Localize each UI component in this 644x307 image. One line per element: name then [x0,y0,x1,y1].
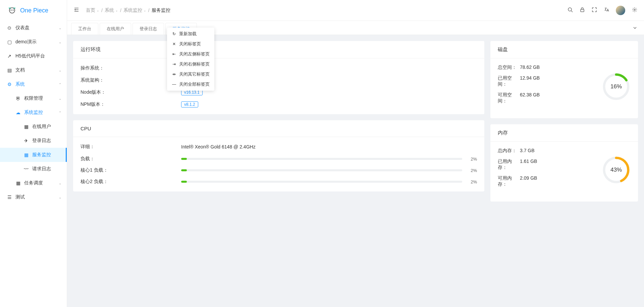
menu-label: 服务监控 [32,152,61,158]
env-label: NPM版本： [80,101,181,107]
tab-在线用户[interactable]: 在线用户 [100,23,131,35]
stat-row: 可用空间：62.38 GB [498,92,602,104]
context-item-关闭其它标签页[interactable]: ⇹关闭其它标签页 [167,69,214,79]
sidebar-item-在线用户[interactable]: ▦在线用户 [0,120,67,134]
settings-icon[interactable] [632,7,637,14]
menu-icon: ⚙ [7,82,12,87]
menu-label: 测试 [15,194,59,200]
svg-point-5 [568,8,572,11]
chevron-icon: ⌄ [59,195,61,199]
tab-context-menu: ↻重新加载✕关闭标签页⇤关闭左侧标签页⇥关闭右侧标签页⇹关闭其它标签页—关闭全部… [167,28,214,91]
sidebar-item-登录日志[interactable]: ✈登录日志 [0,134,67,148]
gauge: 16% [602,72,631,101]
load-label: 负载： [80,156,181,162]
menu-icon: ⛨ [15,96,21,101]
load-label: 核心2 负载： [80,179,181,185]
svg-point-0 [9,8,15,13]
sidebar-item-文档[interactable]: ▤文档⌄ [0,63,67,77]
load-pct: 2% [467,157,477,162]
svg-rect-3 [9,8,11,8]
sidebar-item-测试[interactable]: ☰测试⌄ [0,190,67,204]
breadcrumb-sep: / [101,8,103,13]
chevron-icon: ⌄ [59,97,61,100]
version-badge: v8.1.2 [181,101,198,107]
menu-icon: ✈ [23,138,29,143]
disk-title: 磁盘 [490,41,638,58]
context-item-重新加载[interactable]: ↻重新加载 [167,29,214,39]
menu-label: 登录日志 [32,138,61,144]
menu-icon: ▦ [23,124,29,129]
load-bar [181,181,462,183]
context-item-关闭右侧标签页[interactable]: ⇥关闭右侧标签页 [167,59,214,69]
context-item-关闭标签页[interactable]: ✕关闭标签页 [167,39,214,49]
context-icon: ↻ [172,32,176,36]
search-icon[interactable] [568,7,573,14]
sidebar-item-H5低代码平台[interactable]: ↗H5低代码平台 [0,49,67,63]
breadcrumb-sep: / [148,8,150,13]
main: 首页 ⌄/系统 ⌄/系统监控 ⌄/服务监控 工作台在线用户登录日志服务监控 运行… [67,0,644,307]
context-label: 关闭全部标签页 [179,81,210,87]
sidebar-item-任务调度[interactable]: ▦任务调度⌄ [0,176,67,190]
load-bar [181,169,462,171]
load-bar [181,158,462,160]
menu-icon: ▦ [23,152,29,158]
nav-menu: ⊙仪表盘⌄▢demo演示⌄↗H5低代码平台▤文档⌄⚙系统⌃⛨权限管理⌄☁系统监控… [0,21,67,307]
sidebar-item-系统[interactable]: ⚙系统⌃ [0,77,67,91]
disk-card: 磁盘 总空间：78.62 GB已用空间：12.94 GB可用空间：62.38 G… [490,41,638,118]
load-label: 核心1 负载： [80,167,181,173]
header-actions [568,6,637,15]
stat-value: 12.94 GB [520,75,540,87]
cpu-detail-value: Intel® Xeon® Gold 6148 @ 2.4GHz [181,144,256,149]
cpu-load-row: 负载：2% [80,156,477,162]
tabs-collapse-icon[interactable] [630,21,640,35]
stat-value: 3.7 GB [520,148,535,154]
breadcrumb-item[interactable]: 首页 ⌄ [86,7,99,13]
language-icon[interactable] [604,7,609,14]
sidebar-item-请求日志[interactable]: 〰请求日志 [0,162,67,176]
sidebar-item-demo演示[interactable]: ▢demo演示⌄ [0,35,67,49]
cpu-card: CPU 详细：Intel® Xeon® Gold 6148 @ 2.4GHz负载… [73,120,484,191]
sidebar-item-服务监控[interactable]: ▦服务监控 [0,148,67,162]
tab-登录日志[interactable]: 登录日志 [132,23,164,35]
context-item-关闭左侧标签页[interactable]: ⇤关闭左侧标签页 [167,49,214,59]
logo[interactable]: One Piece [0,0,67,21]
svg-point-1 [11,10,12,11]
breadcrumb-item[interactable]: 系统 ⌄ [105,7,118,13]
stat-row: 可用内存：2.09 GB [498,175,602,187]
menu-icon: ▦ [15,180,21,186]
sidebar-item-仪表盘[interactable]: ⊙仪表盘⌄ [0,21,67,35]
cpu-detail-label: 详细： [80,144,181,150]
chevron-icon: ⌄ [59,181,61,185]
stat-row: 已用空间：12.94 GB [498,75,602,87]
stat-value: 62.38 GB [520,92,540,104]
context-icon: — [172,82,176,87]
stat-label: 可用空间： [498,92,520,104]
context-label: 关闭标签页 [179,41,201,47]
logo-icon [7,6,17,15]
stat-label: 可用内存： [498,175,520,187]
fullscreen-icon[interactable] [592,7,597,14]
menu-label: 在线用户 [32,124,61,130]
sidebar-item-系统监控[interactable]: ☁系统监控⌃ [0,105,67,120]
sidebar-toggle-icon[interactable] [74,7,79,14]
env-row: NPM版本：v8.1.2 [80,101,477,107]
context-icon: ⇹ [172,72,176,77]
context-item-关闭全部标签页[interactable]: —关闭全部标签页 [167,79,214,89]
tabs: 工作台在线用户登录日志服务监控 [67,21,644,35]
stat-value: 2.09 GB [520,175,537,187]
stat-label: 已用空间： [498,75,520,87]
tab-工作台[interactable]: 工作台 [71,23,98,35]
load-pct: 2% [467,179,477,184]
stat-label: 总内存： [498,148,520,154]
breadcrumb-item[interactable]: 系统监控 ⌄ [123,7,146,13]
avatar[interactable] [616,6,625,15]
menu-icon: ☰ [7,194,12,200]
menu-label: 系统监控 [24,109,59,116]
menu-label: demo演示 [15,39,59,45]
stat-label: 总空间： [498,64,520,71]
load-pct: 2% [467,168,477,173]
stat-label: 已用内存： [498,159,520,171]
sidebar-item-权限管理[interactable]: ⛨权限管理⌄ [0,91,67,105]
lock-icon[interactable] [580,7,585,14]
env-row: 操作系统： [80,65,477,71]
